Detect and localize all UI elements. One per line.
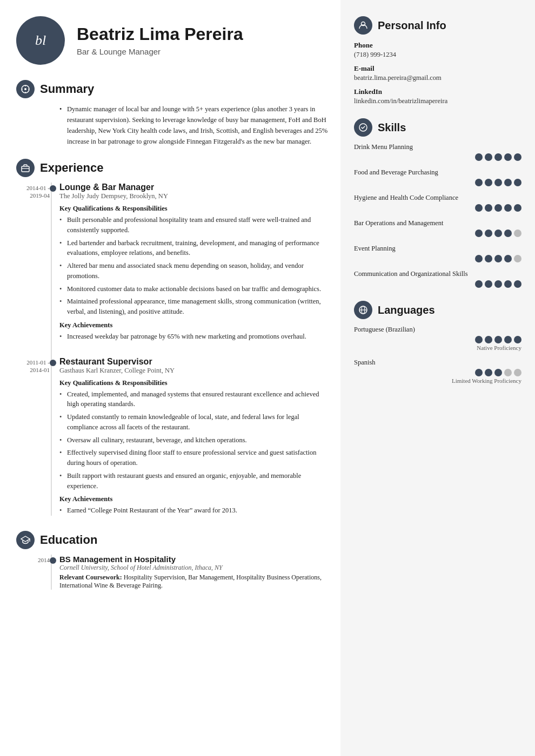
- dot-filled: [514, 179, 521, 186]
- dot-filled: [494, 230, 502, 237]
- skill-name: Hygiene and Health Code Compliance: [354, 194, 521, 202]
- languages-section: Languages Portuguese (Brazilian)Native P…: [354, 301, 521, 384]
- list-item: Built rapport with restaurant guests and…: [59, 471, 330, 491]
- summary-content: Dynamic manager of local bar and lounge …: [16, 104, 330, 147]
- dot-filled: [485, 280, 492, 288]
- qualifications-label: Key Qualifications & Responsibilities: [59, 379, 330, 387]
- education-item: 2014BS Management in HospitalityCornell …: [59, 555, 330, 590]
- dot-filled: [475, 255, 483, 262]
- achievements-list: Earned “College Point Restaurant of the …: [59, 505, 330, 516]
- skill-item: Bar Operations and Management: [354, 219, 521, 237]
- education-section: Education 2014BS Management in Hospitali…: [16, 531, 330, 590]
- dot-filled: [475, 280, 483, 288]
- education-icon: [16, 531, 35, 549]
- languages-title: Languages: [378, 304, 435, 316]
- dot-filled: [485, 230, 492, 237]
- list-item: Updated constantly to remain knowledgeab…: [59, 412, 330, 433]
- skill-dots: [354, 204, 521, 212]
- language-item: Portuguese (Brazilian)Native Proficiency: [354, 326, 521, 351]
- job-title: Lounge & Bar Manager: [59, 183, 330, 192]
- svg-point-1: [24, 88, 26, 90]
- dot-filled: [494, 153, 502, 161]
- achievements-label: Key Achievements: [59, 495, 330, 503]
- experience-item: 2014-01 - 2019-04Lounge & Bar ManagerThe…: [59, 183, 330, 342]
- dot-empty: [514, 255, 521, 262]
- dot-empty: [514, 369, 521, 376]
- achievements-list: Increased weekday bar patronage by 65% w…: [59, 332, 330, 342]
- dot-filled: [485, 179, 492, 186]
- skill-name: Bar Operations and Management: [354, 219, 521, 227]
- dot-filled: [504, 230, 512, 237]
- qualifications-label: Key Qualifications & Responsibilities: [59, 205, 330, 213]
- skill-name: Event Planning: [354, 245, 521, 253]
- skill-dots: [354, 179, 521, 186]
- dot-filled: [485, 255, 492, 262]
- dot-filled: [494, 280, 502, 288]
- dot-filled: [514, 280, 521, 288]
- timeline-dot: [50, 360, 56, 366]
- skill-dots: [354, 153, 521, 161]
- personal-info-section: Personal Info Phone(718) 999-1234E-mailb…: [354, 16, 521, 105]
- dot-filled: [485, 369, 492, 376]
- achievements-label: Key Achievements: [59, 321, 330, 329]
- dot-filled: [475, 230, 483, 237]
- info-label: E-mail: [354, 64, 521, 73]
- education-title: Education: [40, 533, 97, 547]
- languages-icon: [354, 301, 372, 319]
- timeline-dot: [50, 185, 56, 192]
- personal-info-header: Personal Info: [354, 16, 521, 35]
- summary-icon: [16, 80, 35, 98]
- list-item: Oversaw all culinary, restaurant, bevera…: [59, 435, 330, 446]
- dot-filled: [475, 153, 483, 161]
- dot-filled: [485, 204, 492, 212]
- experience-header: Experience: [16, 159, 330, 177]
- dot-filled: [504, 280, 512, 288]
- skill-item: Hygiene and Health Code Compliance: [354, 194, 521, 212]
- left-column: bl Beatriz Lima Pereira Bar & Lounge Man…: [0, 0, 340, 756]
- dot-filled: [494, 204, 502, 212]
- list-item: Increased weekday bar patronage by 65% w…: [59, 332, 330, 342]
- list-item: Altered bar menu and associated snack me…: [59, 261, 330, 281]
- languages-list: Portuguese (Brazilian)Native Proficiency…: [354, 326, 521, 384]
- dot-filled: [475, 179, 483, 186]
- skills-title: Skills: [378, 122, 406, 134]
- language-dots: [354, 369, 521, 376]
- svg-rect-6: [22, 166, 29, 172]
- dot-empty: [514, 230, 521, 237]
- list-item: Led bartender and barback recruitment, t…: [59, 238, 330, 259]
- skill-item: Food and Beverage Purchasing: [354, 168, 521, 186]
- skill-dots: [354, 280, 521, 288]
- job-company: The Jolly Judy Dempsey, Brooklyn, NY: [59, 192, 330, 200]
- language-level: Limited Working Proficiency: [354, 377, 521, 384]
- skills-list: Drink Menu PlanningFood and Beverage Pur…: [354, 143, 521, 288]
- list-item: Maintained professional appearance, time…: [59, 296, 330, 317]
- header: bl Beatriz Lima Pereira Bar & Lounge Man…: [16, 16, 330, 65]
- candidate-title: Bar & Lounge Manager: [77, 47, 243, 56]
- candidate-name: Beatriz Lima Pereira: [77, 25, 243, 44]
- skill-dots: [354, 255, 521, 262]
- summary-header: Summary: [16, 80, 330, 98]
- dot-filled: [494, 179, 502, 186]
- header-text: Beatriz Lima Pereira Bar & Lounge Manage…: [77, 25, 243, 56]
- education-header: Education: [16, 531, 330, 549]
- skill-name: Food and Beverage Purchasing: [354, 168, 521, 177]
- job-company: Gasthaus Karl Kranzer, College Point, NY: [59, 367, 330, 375]
- personal-info-fields: Phone(718) 999-1234E-mailbeatriz.lima.pe…: [354, 41, 521, 105]
- skills-section: Skills Drink Menu PlanningFood and Bever…: [354, 118, 521, 288]
- experience-icon: [16, 159, 35, 177]
- language-name: Portuguese (Brazilian): [354, 326, 521, 334]
- list-item: Earned “College Point Restaurant of the …: [59, 505, 330, 516]
- personal-info-icon: [354, 16, 372, 35]
- dot-filled: [514, 336, 521, 343]
- language-level: Native Proficiency: [354, 345, 521, 351]
- edu-coursework: Relevant Coursework: Hospitality Supervi…: [59, 573, 330, 590]
- dot-filled: [475, 369, 483, 376]
- dot-filled: [475, 204, 483, 212]
- job-date: 2014-01 - 2019-04: [17, 184, 50, 200]
- info-label: Phone: [354, 41, 521, 50]
- edu-degree: BS Management in Hospitality: [59, 555, 330, 564]
- summary-title: Summary: [40, 82, 94, 96]
- language-dots: [354, 336, 521, 343]
- dot-filled: [504, 179, 512, 186]
- list-item: Monitored customer data to make actionab…: [59, 284, 330, 294]
